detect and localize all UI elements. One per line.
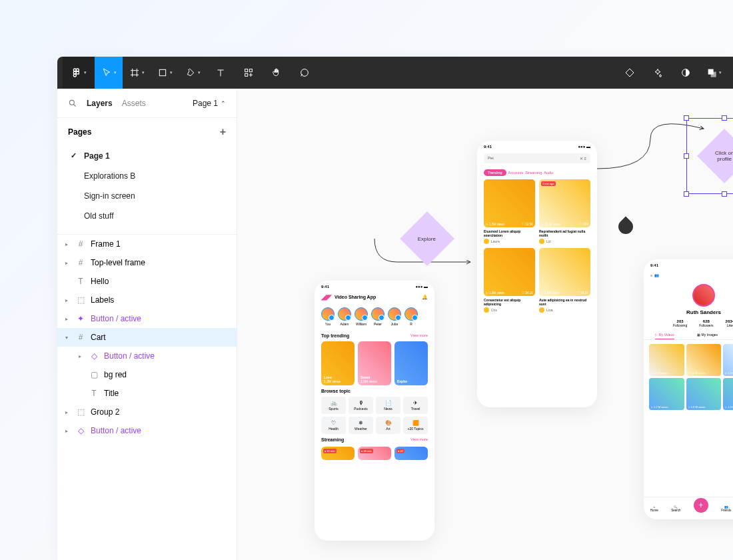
streaming-card[interactable]: ● 42 min [321, 447, 355, 460]
video-card[interactable]: ▷ 1.5M views♡ 12.5KEiusmod Lorem aliquip… [484, 179, 535, 244]
frame-icon: # [76, 333, 85, 342]
filter-trending[interactable]: Trending [484, 169, 506, 176]
page-selector[interactable]: Page 1 ⌃ [193, 99, 226, 108]
topic-chip[interactable]: 🟧+20 Topics [403, 417, 428, 434]
mask-button[interactable] [672, 57, 700, 89]
nav-add-button[interactable]: + [694, 498, 708, 513]
page-item[interactable]: Explorations B [68, 166, 226, 186]
search-icon[interactable] [68, 99, 77, 108]
layer-row[interactable]: TTitle [57, 384, 237, 403]
layer-row[interactable]: ▸#Top-level frame [57, 253, 237, 272]
status-time: 9:41 [650, 263, 658, 267]
main-menu-button[interactable]: ▾ [63, 57, 95, 89]
story-item[interactable]: R [404, 307, 418, 326]
trending-card[interactable]: Explor [394, 341, 428, 385]
story-item[interactable]: You [321, 307, 335, 326]
grid-cell[interactable]: ▷ 1.5 M views [723, 378, 733, 410]
phone-mockup-home[interactable]: 9:41●●● ▬ ◢◤ Video Sharing App 🔔 YouAdam… [315, 281, 434, 541]
video-card[interactable]: ▷ 1.8M views♡ 34.1KConsectetur est aliqu… [484, 248, 535, 313]
topic-chip[interactable]: ♡Health [321, 417, 346, 434]
nav-search[interactable]: 🔍Search [671, 505, 680, 512]
resources-tool[interactable] [235, 57, 263, 89]
topic-chip[interactable]: ✈Travel [403, 397, 428, 414]
view-more-link[interactable]: View more [410, 333, 428, 338]
svg-rect-11 [710, 72, 716, 77]
view-more-link[interactable]: View more [410, 437, 428, 442]
frame-icon: # [76, 239, 85, 249]
layer-row[interactable]: THello [57, 272, 237, 291]
topic-chip[interactable]: 🎙Podcasts [349, 397, 373, 414]
trending-card[interactable]: Sweet1.0M views [358, 341, 391, 385]
layer-row[interactable]: ▸#Frame 1 [57, 235, 237, 253]
topics-grid: 🚲Sports🎙Podcasts📄News✈Travel♡Health❄Weat… [315, 397, 434, 434]
app-header: ◢◤ Video Sharing App 🔔 [315, 291, 434, 303]
grid-cell[interactable]: ▷ 1.7 M views [649, 344, 684, 376]
grid-cell[interactable]: ▷ 1.3 M views [686, 378, 722, 410]
add-page-button[interactable]: + [220, 126, 226, 138]
text-icon: T [76, 277, 85, 286]
streaming-card[interactable]: ● 42 [394, 447, 428, 460]
clear-icon[interactable]: ✕ ≡ [580, 156, 586, 161]
phone-mockup-search[interactable]: 9:41●●● ▬ Pet✕ ≡ Trending Accounts Strea… [477, 141, 597, 407]
layer-row[interactable]: ▾#Cart [57, 328, 237, 347]
stat-item[interactable]: 628Followers [699, 319, 713, 327]
filter-accounts[interactable]: Accounts [508, 171, 524, 175]
profile-avatar[interactable] [692, 284, 715, 307]
layer-row[interactable]: ▢bg red [57, 365, 237, 384]
rectangle-tool[interactable]: ▾ [151, 57, 179, 89]
move-tool[interactable]: ▾ [95, 57, 123, 89]
story-item[interactable]: Adam [338, 307, 351, 326]
canvas[interactable]: Explore Click on profile 9:41●●● ▬ ◢◤ Vi… [237, 89, 733, 560]
status-icons: ●●● ▬ [578, 145, 590, 149]
layers-tab[interactable]: Layers [87, 99, 113, 108]
tab-my-videos[interactable]: ▷ My Videos [655, 333, 674, 339]
search-field[interactable]: Pet✕ ≡ [484, 153, 590, 163]
assets-tab[interactable]: Assets [122, 99, 146, 108]
stat-item[interactable]: 2634Like [726, 319, 733, 327]
svg-rect-5 [159, 69, 165, 75]
layer-row[interactable]: ▸◇Button / active [57, 347, 237, 365]
hand-tool[interactable] [263, 57, 291, 89]
pen-tool[interactable]: ▾ [179, 57, 207, 89]
menu-icon[interactable]: ≡ 👥 [650, 273, 659, 277]
notification-icon[interactable]: 🔔 [422, 295, 428, 300]
video-card[interactable]: ▷ 1.9M views♡ 39.1KAute adipisicing ea i… [539, 248, 590, 313]
video-card[interactable]: 1 min ago▷ 12.4K views♡ 634Reprehenderit… [539, 179, 590, 244]
layer-row[interactable]: ▸✦Button / active [57, 309, 237, 328]
layer-row[interactable]: ▸⬚Labels [57, 291, 237, 309]
frame-tool[interactable]: ▾ [123, 57, 151, 89]
text-tool[interactable] [207, 57, 235, 89]
trending-card[interactable]: Love1.2M views [321, 341, 355, 385]
filter-audio[interactable]: Audio [544, 171, 553, 175]
pages-heading: Pages [68, 127, 91, 137]
topic-chip[interactable]: 📄News [376, 397, 400, 414]
layer-row[interactable]: ▸◇Button / active [57, 421, 237, 440]
topic-chip[interactable]: ❄Weather [349, 417, 373, 434]
svg-rect-6 [245, 69, 248, 72]
nav-friends[interactable]: 👥Friends [721, 505, 731, 512]
topic-chip[interactable]: 🚲Sports [321, 397, 346, 414]
story-item[interactable]: Julia [388, 307, 401, 326]
topic-chip[interactable]: 🎨Art [376, 417, 400, 434]
nav-home[interactable]: ⌂Home [650, 505, 658, 512]
page-item[interactable]: Sign-in screen [68, 186, 226, 206]
grid-cell[interactable]: ▷ 1.2 M views [649, 378, 684, 410]
story-item[interactable]: William [355, 307, 368, 326]
grid-cell[interactable]: ▷ 1.2 M views [686, 344, 722, 376]
dev-mode-button[interactable] [616, 57, 644, 89]
grid-cell[interactable]: ▷ 1.5 M views [723, 344, 733, 376]
svg-rect-8 [245, 73, 248, 76]
phone-mockup-profile[interactable]: 9:41●●● ▬ ≡ 👥✎ Edit Profile Ruth Sanders… [644, 259, 733, 519]
story-item[interactable]: Peter [371, 307, 384, 326]
streaming-card[interactable]: ● 45 min [358, 447, 391, 460]
comment-tool[interactable] [291, 57, 319, 89]
page-item[interactable]: Old stuff [68, 206, 226, 226]
layer-row[interactable]: ▸⬚Group 2 [57, 403, 237, 421]
tab-my-images[interactable]: ▦ My Images [697, 333, 718, 337]
stat-item[interactable]: 203Following [673, 319, 687, 327]
page-item[interactable]: Page 1 [68, 146, 226, 166]
boolean-button[interactable]: ▾ [700, 57, 728, 89]
effects-button[interactable] [644, 57, 672, 89]
profile-stats: 203Following628Followers2634Like [644, 319, 733, 327]
filter-streaming[interactable]: Streaming [525, 171, 542, 175]
